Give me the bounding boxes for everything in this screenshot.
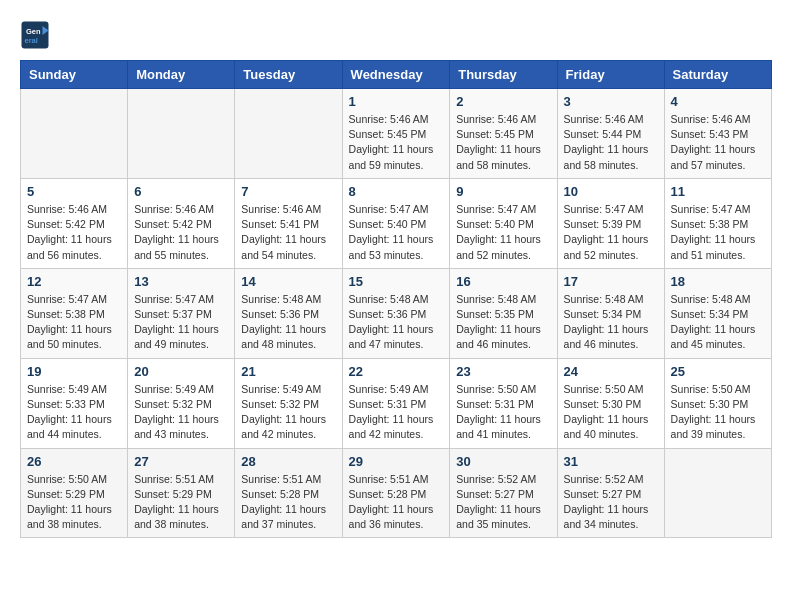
day-number: 28 xyxy=(241,454,335,469)
day-number: 8 xyxy=(349,184,444,199)
weekday-header: Thursday xyxy=(450,61,557,89)
calendar-day-cell: 10Sunrise: 5:47 AM Sunset: 5:39 PM Dayli… xyxy=(557,178,664,268)
day-info: Sunrise: 5:46 AM Sunset: 5:41 PM Dayligh… xyxy=(241,202,335,263)
calendar-header-row: SundayMondayTuesdayWednesdayThursdayFrid… xyxy=(21,61,772,89)
calendar-day-cell: 13Sunrise: 5:47 AM Sunset: 5:37 PM Dayli… xyxy=(128,268,235,358)
day-number: 29 xyxy=(349,454,444,469)
calendar-week-row: 1Sunrise: 5:46 AM Sunset: 5:45 PM Daylig… xyxy=(21,89,772,179)
calendar-day-cell: 22Sunrise: 5:49 AM Sunset: 5:31 PM Dayli… xyxy=(342,358,450,448)
calendar-day-cell: 20Sunrise: 5:49 AM Sunset: 5:32 PM Dayli… xyxy=(128,358,235,448)
calendar-day-cell xyxy=(128,89,235,179)
day-info: Sunrise: 5:51 AM Sunset: 5:29 PM Dayligh… xyxy=(134,472,228,533)
day-number: 31 xyxy=(564,454,658,469)
calendar-week-row: 19Sunrise: 5:49 AM Sunset: 5:33 PM Dayli… xyxy=(21,358,772,448)
calendar-day-cell: 15Sunrise: 5:48 AM Sunset: 5:36 PM Dayli… xyxy=(342,268,450,358)
day-number: 2 xyxy=(456,94,550,109)
calendar-day-cell: 30Sunrise: 5:52 AM Sunset: 5:27 PM Dayli… xyxy=(450,448,557,538)
day-info: Sunrise: 5:51 AM Sunset: 5:28 PM Dayligh… xyxy=(241,472,335,533)
day-number: 30 xyxy=(456,454,550,469)
day-info: Sunrise: 5:48 AM Sunset: 5:35 PM Dayligh… xyxy=(456,292,550,353)
calendar-day-cell: 28Sunrise: 5:51 AM Sunset: 5:28 PM Dayli… xyxy=(235,448,342,538)
calendar-day-cell: 17Sunrise: 5:48 AM Sunset: 5:34 PM Dayli… xyxy=(557,268,664,358)
day-info: Sunrise: 5:49 AM Sunset: 5:31 PM Dayligh… xyxy=(349,382,444,443)
day-number: 24 xyxy=(564,364,658,379)
day-info: Sunrise: 5:47 AM Sunset: 5:37 PM Dayligh… xyxy=(134,292,228,353)
calendar-day-cell: 7Sunrise: 5:46 AM Sunset: 5:41 PM Daylig… xyxy=(235,178,342,268)
weekday-header: Wednesday xyxy=(342,61,450,89)
svg-text:eral: eral xyxy=(25,36,38,45)
day-number: 14 xyxy=(241,274,335,289)
calendar-day-cell: 16Sunrise: 5:48 AM Sunset: 5:35 PM Dayli… xyxy=(450,268,557,358)
day-number: 18 xyxy=(671,274,765,289)
calendar-day-cell: 25Sunrise: 5:50 AM Sunset: 5:30 PM Dayli… xyxy=(664,358,771,448)
calendar-day-cell: 23Sunrise: 5:50 AM Sunset: 5:31 PM Dayli… xyxy=(450,358,557,448)
calendar-day-cell: 19Sunrise: 5:49 AM Sunset: 5:33 PM Dayli… xyxy=(21,358,128,448)
day-info: Sunrise: 5:52 AM Sunset: 5:27 PM Dayligh… xyxy=(456,472,550,533)
calendar-day-cell: 12Sunrise: 5:47 AM Sunset: 5:38 PM Dayli… xyxy=(21,268,128,358)
day-number: 5 xyxy=(27,184,121,199)
day-info: Sunrise: 5:49 AM Sunset: 5:33 PM Dayligh… xyxy=(27,382,121,443)
day-info: Sunrise: 5:47 AM Sunset: 5:39 PM Dayligh… xyxy=(564,202,658,263)
svg-text:Gen: Gen xyxy=(26,27,41,36)
calendar-day-cell: 18Sunrise: 5:48 AM Sunset: 5:34 PM Dayli… xyxy=(664,268,771,358)
day-number: 4 xyxy=(671,94,765,109)
day-info: Sunrise: 5:46 AM Sunset: 5:45 PM Dayligh… xyxy=(456,112,550,173)
day-number: 1 xyxy=(349,94,444,109)
logo: Gen eral xyxy=(20,20,54,50)
calendar-day-cell: 26Sunrise: 5:50 AM Sunset: 5:29 PM Dayli… xyxy=(21,448,128,538)
day-number: 3 xyxy=(564,94,658,109)
day-info: Sunrise: 5:50 AM Sunset: 5:30 PM Dayligh… xyxy=(564,382,658,443)
calendar-day-cell xyxy=(235,89,342,179)
day-info: Sunrise: 5:51 AM Sunset: 5:28 PM Dayligh… xyxy=(349,472,444,533)
day-number: 7 xyxy=(241,184,335,199)
day-info: Sunrise: 5:47 AM Sunset: 5:38 PM Dayligh… xyxy=(27,292,121,353)
day-info: Sunrise: 5:50 AM Sunset: 5:29 PM Dayligh… xyxy=(27,472,121,533)
weekday-header: Saturday xyxy=(664,61,771,89)
day-info: Sunrise: 5:48 AM Sunset: 5:34 PM Dayligh… xyxy=(671,292,765,353)
day-number: 10 xyxy=(564,184,658,199)
header: Gen eral xyxy=(20,20,772,50)
day-number: 26 xyxy=(27,454,121,469)
calendar-day-cell: 14Sunrise: 5:48 AM Sunset: 5:36 PM Dayli… xyxy=(235,268,342,358)
day-number: 23 xyxy=(456,364,550,379)
day-number: 21 xyxy=(241,364,335,379)
weekday-header: Tuesday xyxy=(235,61,342,89)
day-info: Sunrise: 5:52 AM Sunset: 5:27 PM Dayligh… xyxy=(564,472,658,533)
calendar-day-cell: 4Sunrise: 5:46 AM Sunset: 5:43 PM Daylig… xyxy=(664,89,771,179)
calendar-day-cell: 24Sunrise: 5:50 AM Sunset: 5:30 PM Dayli… xyxy=(557,358,664,448)
calendar-week-row: 12Sunrise: 5:47 AM Sunset: 5:38 PM Dayli… xyxy=(21,268,772,358)
calendar-day-cell: 5Sunrise: 5:46 AM Sunset: 5:42 PM Daylig… xyxy=(21,178,128,268)
day-number: 13 xyxy=(134,274,228,289)
day-number: 15 xyxy=(349,274,444,289)
calendar-day-cell xyxy=(21,89,128,179)
weekday-header: Monday xyxy=(128,61,235,89)
day-number: 12 xyxy=(27,274,121,289)
day-info: Sunrise: 5:46 AM Sunset: 5:42 PM Dayligh… xyxy=(134,202,228,263)
day-info: Sunrise: 5:49 AM Sunset: 5:32 PM Dayligh… xyxy=(241,382,335,443)
day-info: Sunrise: 5:47 AM Sunset: 5:38 PM Dayligh… xyxy=(671,202,765,263)
calendar-day-cell: 31Sunrise: 5:52 AM Sunset: 5:27 PM Dayli… xyxy=(557,448,664,538)
day-info: Sunrise: 5:50 AM Sunset: 5:30 PM Dayligh… xyxy=(671,382,765,443)
calendar-day-cell: 6Sunrise: 5:46 AM Sunset: 5:42 PM Daylig… xyxy=(128,178,235,268)
calendar-week-row: 5Sunrise: 5:46 AM Sunset: 5:42 PM Daylig… xyxy=(21,178,772,268)
day-info: Sunrise: 5:48 AM Sunset: 5:36 PM Dayligh… xyxy=(241,292,335,353)
calendar-day-cell: 9Sunrise: 5:47 AM Sunset: 5:40 PM Daylig… xyxy=(450,178,557,268)
day-info: Sunrise: 5:48 AM Sunset: 5:34 PM Dayligh… xyxy=(564,292,658,353)
day-info: Sunrise: 5:50 AM Sunset: 5:31 PM Dayligh… xyxy=(456,382,550,443)
day-info: Sunrise: 5:46 AM Sunset: 5:42 PM Dayligh… xyxy=(27,202,121,263)
calendar-day-cell xyxy=(664,448,771,538)
day-info: Sunrise: 5:46 AM Sunset: 5:44 PM Dayligh… xyxy=(564,112,658,173)
weekday-header: Friday xyxy=(557,61,664,89)
day-info: Sunrise: 5:46 AM Sunset: 5:43 PM Dayligh… xyxy=(671,112,765,173)
day-number: 19 xyxy=(27,364,121,379)
weekday-header: Sunday xyxy=(21,61,128,89)
calendar-day-cell: 21Sunrise: 5:49 AM Sunset: 5:32 PM Dayli… xyxy=(235,358,342,448)
day-number: 25 xyxy=(671,364,765,379)
calendar-day-cell: 27Sunrise: 5:51 AM Sunset: 5:29 PM Dayli… xyxy=(128,448,235,538)
day-number: 20 xyxy=(134,364,228,379)
day-number: 11 xyxy=(671,184,765,199)
day-info: Sunrise: 5:47 AM Sunset: 5:40 PM Dayligh… xyxy=(456,202,550,263)
calendar-day-cell: 3Sunrise: 5:46 AM Sunset: 5:44 PM Daylig… xyxy=(557,89,664,179)
calendar-week-row: 26Sunrise: 5:50 AM Sunset: 5:29 PM Dayli… xyxy=(21,448,772,538)
day-number: 27 xyxy=(134,454,228,469)
